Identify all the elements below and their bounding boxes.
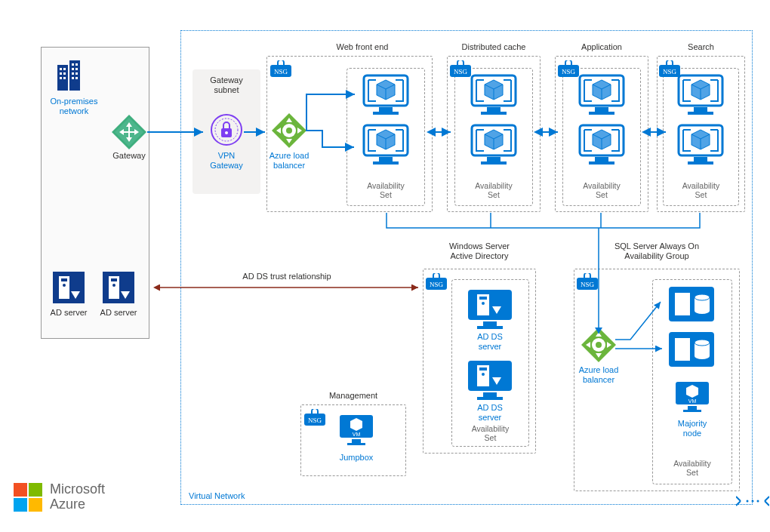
arrow-sqllb-to-vm2 — [615, 343, 668, 354]
azure-text: Azure — [50, 497, 85, 512]
svg-rect-54 — [595, 157, 608, 161]
svg-rect-123 — [29, 498, 42, 512]
nsg-badge-web: NSG — [270, 60, 291, 78]
svg-rect-105 — [683, 410, 701, 412]
svg-rect-58 — [688, 112, 713, 115]
svg-rect-15 — [75, 77, 78, 79]
ad-server-2-icon — [101, 270, 136, 305]
vm-search-2-icon — [677, 124, 724, 166]
nsg-badge-app: NSG — [558, 60, 579, 78]
svg-point-29 — [752, 500, 754, 503]
vm-app-1-icon — [578, 74, 625, 116]
jumpbox-label: Jumpbox — [325, 453, 388, 463]
nsg-badge-cache: NSG — [450, 60, 471, 78]
web-availset-label: Availability Set — [346, 181, 425, 199]
management-title: Management — [300, 391, 406, 401]
app-tier-title: Application — [555, 42, 648, 52]
arrow-web-cache — [427, 127, 454, 137]
svg-rect-57 — [694, 107, 707, 112]
svg-rect-25 — [111, 278, 117, 281]
vm-cache-2-icon — [470, 124, 517, 166]
arrow-cache-app — [534, 127, 561, 137]
arrow-lb-to-web-2 — [307, 128, 360, 151]
gateway-label: Gateway — [108, 151, 150, 161]
svg-rect-122 — [14, 498, 27, 512]
azure-lb-icon-1 — [272, 113, 306, 148]
svg-text:NSG: NSG — [274, 68, 288, 75]
svg-rect-9 — [75, 63, 78, 66]
svg-rect-7 — [63, 77, 66, 79]
svg-rect-40 — [373, 112, 399, 115]
svg-rect-51 — [595, 107, 608, 112]
svg-rect-52 — [589, 112, 614, 115]
on-premises-title: On-premises network — [44, 97, 104, 116]
svg-rect-45 — [487, 107, 500, 112]
vnet-peering-icon — [736, 494, 769, 509]
vm-app-2-icon — [578, 124, 625, 166]
adds-server-2-label: AD DS server — [460, 403, 519, 423]
svg-rect-61 — [688, 161, 713, 165]
svg-text:NSG: NSG — [308, 417, 322, 424]
cache-availset-label: Availability Set — [454, 181, 533, 199]
buildings-icon — [54, 60, 88, 94]
arrow-gateway-to-vpn — [147, 128, 209, 136]
svg-text:VM: VM — [688, 398, 697, 404]
web-tier-title: Web front end — [302, 42, 423, 52]
vm-web-2-icon — [362, 124, 409, 166]
azure-lb-label-1: Azure load balancer — [263, 151, 316, 171]
svg-rect-0 — [57, 65, 68, 91]
svg-rect-55 — [589, 161, 614, 165]
svg-rect-2 — [60, 68, 62, 70]
svg-rect-79 — [468, 361, 512, 391]
svg-rect-20 — [61, 278, 67, 281]
svg-rect-48 — [487, 157, 500, 161]
svg-point-34 — [225, 131, 228, 134]
svg-point-30 — [757, 500, 759, 503]
nsg-badge-mgmt: NSG — [304, 409, 325, 427]
svg-point-28 — [747, 500, 749, 503]
arrow-vpn-to-lb — [244, 128, 271, 136]
gateway-subnet-title: Gateway subnet — [192, 75, 260, 95]
ad-availset-label: Availability Set — [451, 424, 529, 442]
search-tier-title: Search — [657, 42, 745, 52]
ad-server-1-icon — [51, 270, 86, 305]
gateway-icon — [112, 115, 146, 149]
svg-rect-49 — [481, 161, 507, 165]
svg-rect-81 — [479, 367, 487, 371]
svg-rect-3 — [63, 68, 66, 70]
svg-text:NSG: NSG — [454, 68, 468, 75]
ad-trust-label: AD DS trust relationship — [215, 272, 359, 281]
svg-rect-60 — [694, 157, 707, 161]
svg-rect-5 — [63, 72, 66, 75]
svg-rect-121 — [29, 483, 42, 497]
svg-rect-110 — [352, 439, 361, 443]
arrow-app-search — [642, 127, 669, 137]
svg-point-37 — [286, 128, 292, 134]
svg-rect-85 — [477, 397, 503, 400]
svg-rect-4 — [60, 72, 62, 75]
search-availset-label: Availability Set — [663, 181, 739, 199]
svg-text:NSG: NSG — [562, 68, 576, 75]
svg-rect-111 — [347, 443, 365, 445]
vpn-gateway-label: VPN Gateway — [192, 151, 260, 171]
svg-point-101 — [695, 353, 710, 359]
ad-server-2-label: AD server — [95, 308, 142, 318]
svg-point-82 — [482, 373, 485, 376]
svg-point-90 — [596, 342, 602, 348]
sql-availset-label: Availability Set — [652, 459, 732, 477]
svg-rect-98 — [675, 338, 690, 361]
svg-rect-46 — [481, 112, 507, 115]
svg-rect-120 — [14, 483, 27, 497]
svg-text:NSG: NSG — [663, 68, 677, 75]
svg-rect-84 — [483, 392, 497, 397]
virtual-network-label: Virtual Network — [189, 491, 245, 500]
microsoft-text: Microsoft — [50, 481, 105, 497]
vm-web-1-icon — [362, 74, 409, 116]
arrow-lb-to-web-1 — [305, 91, 362, 133]
vpn-gateway-icon — [210, 113, 243, 146]
nsg-badge-search: NSG — [659, 60, 680, 78]
svg-rect-8 — [72, 63, 74, 66]
cache-tier-title: Distributed cache — [447, 42, 541, 52]
vm-search-1-icon — [677, 74, 724, 116]
svg-text:VM: VM — [353, 432, 361, 437]
